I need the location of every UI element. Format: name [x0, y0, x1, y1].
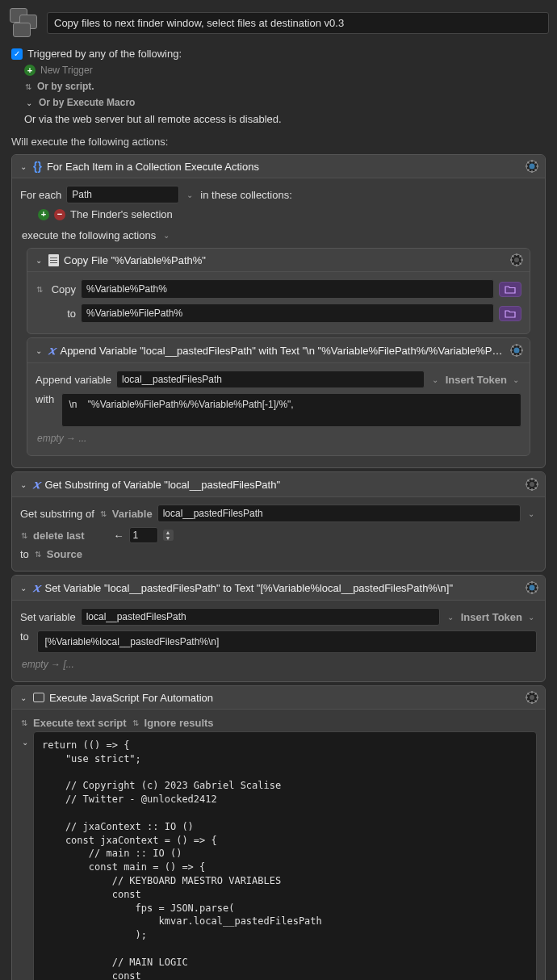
- svg-point-1: [530, 164, 535, 170]
- folder-picker-button[interactable]: [499, 282, 521, 297]
- copy-source-input[interactable]: [81, 279, 494, 299]
- triggers-enabled-checkbox[interactable]: ✓: [11, 48, 23, 60]
- svg-point-21: [514, 348, 520, 354]
- empty-label: empty: [37, 433, 64, 444]
- action-title: Copy File "%Variable%Path%": [64, 254, 505, 266]
- sort-icon: ⇅: [20, 718, 28, 727]
- script-mode-select[interactable]: Execute text script: [33, 717, 127, 729]
- set-variable-label: Set variable: [20, 611, 76, 623]
- chevron-down-icon[interactable]: ⌄: [184, 191, 195, 199]
- get-substring-label: Get substring of: [20, 508, 94, 520]
- action-title: Get Substring of Variable "local__pasted…: [44, 479, 521, 491]
- sort-icon: ⇅: [132, 718, 140, 727]
- gear-icon[interactable]: [526, 691, 538, 704]
- copy-label: Copy: [48, 283, 76, 295]
- count-input[interactable]: [129, 527, 158, 543]
- sort-icon: ⇅: [36, 285, 44, 294]
- gear-icon[interactable]: [526, 581, 538, 594]
- arrow-left-icon: ←: [114, 530, 124, 542]
- svg-point-11: [514, 258, 519, 262]
- svg-point-51: [530, 695, 534, 700]
- get-substring-action: ⌄ 𝑥 Get Substring of Variable "local__pa…: [11, 471, 546, 572]
- foreach-variable-select[interactable]: Path: [66, 186, 179, 203]
- to-label: to: [20, 630, 32, 643]
- disclose-toggle[interactable]: ⌄: [19, 584, 28, 593]
- execute-following-label: execute the following actions: [22, 229, 156, 241]
- remove-collection-button[interactable]: −: [54, 209, 65, 220]
- svg-point-41: [530, 585, 535, 591]
- disclose-toggle[interactable]: ⌄: [34, 346, 44, 355]
- action-title: For Each Item in a Collection Execute Ac…: [47, 161, 521, 173]
- chevron-down-icon[interactable]: ⌄: [161, 231, 172, 240]
- disclose-toggle[interactable]: ⌄: [19, 693, 28, 702]
- action-title: Execute JavaScript For Automation: [49, 692, 521, 704]
- terminal-icon: [33, 693, 44, 702]
- folder-picker-button[interactable]: [499, 306, 521, 321]
- substring-variable-select[interactable]: local__pastedFilesPath: [157, 505, 521, 522]
- with-label: with: [36, 393, 57, 405]
- add-trigger-button[interactable]: +: [24, 65, 36, 76]
- disclose-toggle[interactable]: ⌄: [19, 480, 28, 489]
- disclose-toggle[interactable]: ⌄: [20, 738, 30, 747]
- chevron-down-icon[interactable]: ⌄: [445, 613, 456, 622]
- empty-label: empty: [22, 659, 48, 670]
- to-label: to: [20, 548, 29, 560]
- chevron-down-icon[interactable]: ⌄: [429, 375, 441, 384]
- macro-icon: [8, 6, 40, 39]
- insert-token-button[interactable]: Insert Token ⌄: [446, 374, 521, 386]
- will-execute-label: Will execute the following actions:: [3, 131, 554, 151]
- disclose-toggle[interactable]: ⌄: [19, 162, 28, 171]
- delete-last-select[interactable]: delete last: [33, 530, 85, 542]
- set-variable-action: ⌄ 𝑥 Set Variable "local__pastedFilesPath…: [11, 575, 546, 682]
- sort-icon: ⇅: [20, 531, 28, 540]
- copy-file-action: ⌄ Copy File "%Variable%Path%" ⇅ Copy: [27, 248, 530, 334]
- sort-icon: ⇅: [34, 550, 42, 559]
- gear-icon[interactable]: [510, 253, 523, 266]
- set-variable-select[interactable]: local__pastedFilesPath: [81, 608, 440, 626]
- count-stepper[interactable]: ▲▼: [163, 530, 174, 541]
- source-select[interactable]: Source: [47, 548, 82, 560]
- action-title: Set Variable "local__pastedFilesPath" to…: [44, 582, 521, 594]
- or-by-script[interactable]: Or by script.: [37, 81, 94, 92]
- or-web-server: Or via the web server but all remote acc…: [24, 113, 282, 125]
- append-variable-select[interactable]: local__pastedFilesPath: [116, 371, 425, 388]
- script-code-input[interactable]: return (() => { "use strict"; // Copyrig…: [33, 731, 537, 980]
- finder-selection-collection[interactable]: The Finder's selection: [70, 208, 173, 220]
- file-icon: [48, 254, 59, 266]
- disclose-toggle[interactable]: ⌄: [34, 256, 44, 265]
- empty-result: ...: [78, 433, 86, 444]
- for-each-label: For each: [20, 189, 61, 201]
- gear-icon[interactable]: [526, 478, 538, 491]
- gear-icon[interactable]: [526, 160, 538, 173]
- append-variable-action: ⌄ 𝑥 Append Variable "local__pastedFilesP…: [27, 337, 530, 456]
- triggers-label: Triggered by any of the following:: [27, 48, 182, 60]
- action-title: Append Variable "local__pastedFilesPath"…: [60, 345, 505, 357]
- results-mode-select[interactable]: Ignore results: [144, 717, 214, 729]
- insert-token-button[interactable]: Insert Token ⌄: [461, 611, 537, 623]
- copy-dest-input[interactable]: [81, 304, 494, 323]
- foreach-action: ⌄ {} For Each Item in a Collection Execu…: [11, 154, 546, 468]
- macro-title-input[interactable]: [47, 12, 549, 34]
- sort-icon: ⇅: [99, 509, 107, 518]
- variable-icon: 𝑥: [48, 343, 55, 358]
- new-trigger-link[interactable]: New Trigger: [40, 65, 93, 76]
- variable-icon: 𝑥: [33, 477, 40, 492]
- chevron-down-icon[interactable]: ⌄: [24, 98, 34, 107]
- braces-icon: {}: [33, 160, 42, 173]
- chevron-down-icon[interactable]: ⌄: [526, 509, 537, 518]
- sort-icon: ⇅: [24, 82, 32, 91]
- set-variable-text-input[interactable]: [37, 630, 537, 653]
- add-collection-button[interactable]: +: [38, 209, 49, 220]
- execute-javascript-action: ⌄ Execute JavaScript For Automation ⇅ Ex…: [11, 685, 546, 980]
- variable-icon: 𝑥: [33, 580, 40, 595]
- append-variable-label: Append variable: [36, 374, 111, 386]
- empty-result: [...: [63, 659, 73, 670]
- svg-point-31: [530, 482, 534, 487]
- variable-type-select[interactable]: Variable: [112, 508, 153, 520]
- in-collections-label: in these collections:: [200, 189, 291, 201]
- gear-icon[interactable]: [510, 344, 523, 357]
- append-text-input[interactable]: [61, 393, 521, 427]
- to-label: to: [48, 308, 76, 320]
- or-by-execute-macro[interactable]: Or by Execute Macro: [39, 97, 135, 108]
